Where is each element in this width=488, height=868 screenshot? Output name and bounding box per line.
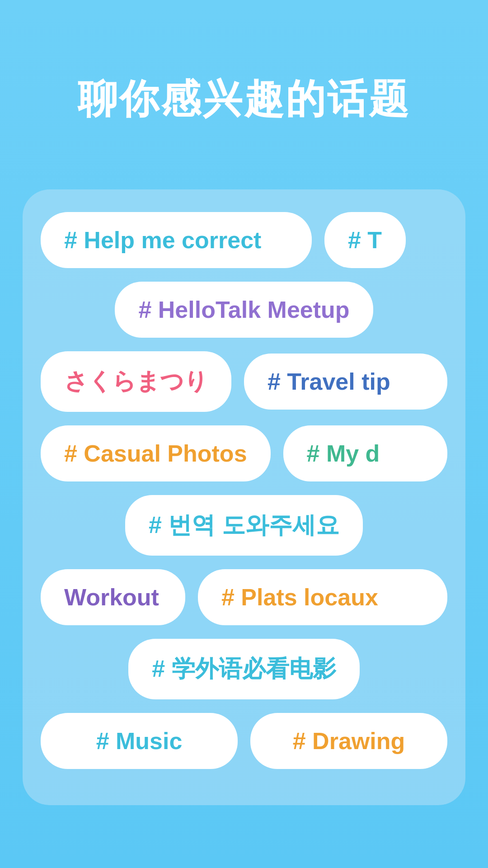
tags-row-8: # Music # Drawing: [41, 713, 447, 769]
tag-hellotalk-meetup[interactable]: # HelloTalk Meetup: [115, 282, 373, 338]
tags-row-7: # 学外语必看电影: [41, 639, 447, 699]
tag-plats-locaux[interactable]: # Plats locaux: [198, 569, 447, 625]
tag-help-me-correct[interactable]: # Help me correct: [41, 212, 312, 268]
tags-row-4: # Casual Photos # My d: [41, 425, 447, 481]
tags-row-2: # HelloTalk Meetup: [41, 282, 447, 338]
tags-row-3: さくらまつり # Travel tip: [41, 351, 447, 412]
tag-my-d[interactable]: # My d: [283, 425, 447, 481]
tag-workout[interactable]: Workout: [41, 569, 185, 625]
page-title: 聊你感兴趣的话题: [36, 72, 452, 126]
tags-card: # Help me correct # T # HelloTalk Meetup…: [23, 189, 465, 805]
tag-music[interactable]: # Music: [41, 713, 238, 769]
tags-row-6: Workout # Plats locaux: [41, 569, 447, 625]
tags-row-1: # Help me correct # T: [41, 212, 447, 268]
tag-drawing[interactable]: # Drawing: [250, 713, 447, 769]
header: 聊你感兴趣的话题: [0, 0, 488, 162]
tag-partial-t[interactable]: # T: [324, 212, 406, 268]
tag-travel-tip[interactable]: # Travel tip: [244, 354, 447, 410]
tag-casual-photos[interactable]: # Casual Photos: [41, 425, 271, 481]
tags-row-5: # 번역 도와주세요: [41, 495, 447, 556]
page: 聊你感兴趣的话题 # Help me correct # T # HelloTa…: [0, 0, 488, 868]
tag-translation-help[interactable]: # 번역 도와주세요: [125, 495, 363, 556]
tag-sakura-matsuri[interactable]: さくらまつり: [41, 351, 231, 412]
tag-language-movies[interactable]: # 学外语必看电影: [128, 639, 359, 699]
